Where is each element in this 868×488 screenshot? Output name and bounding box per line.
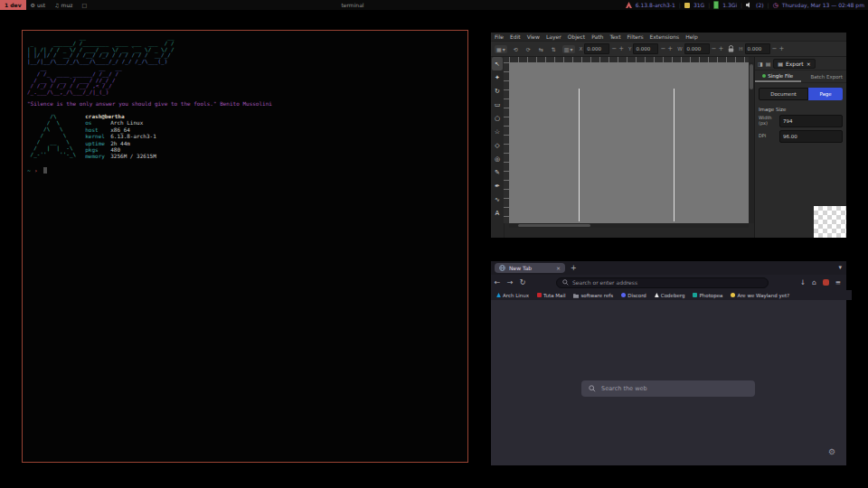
menu-edit[interactable]: Edit [510,33,521,40]
menu-file[interactable]: File [495,33,504,40]
bookmark-tuta-mail[interactable]: Tuta Mail [537,293,565,298]
x-value[interactable]: 0.000 [584,43,609,54]
dialog-header: ◨ ▤ ▤ Export × [755,57,846,70]
horizontal-scrollbar[interactable] [509,223,749,228]
rotate-ccw-button[interactable]: ⟲ [512,45,520,53]
page-button[interactable]: Page [808,88,843,100]
web-search-box[interactable]: Search the web [581,380,755,397]
plus-button[interactable]: + [778,45,784,52]
rotate-cw-button[interactable]: ⟳ [524,45,533,53]
dpi-input[interactable]: 96.00 [779,130,843,143]
dock-icon[interactable]: ◨ [758,61,763,67]
bookmark-discord[interactable]: Discord [621,293,646,298]
ublock-icon[interactable] [823,279,829,286]
tab-new-tab[interactable]: New Tab × [495,263,565,273]
export-dialog-tab[interactable]: ▤ Export × [773,59,815,69]
document-button[interactable]: Document [759,88,808,100]
menu-text[interactable]: Text [609,33,620,40]
h-spinbox[interactable]: H 0.000 − + [739,43,784,54]
tool-selector[interactable]: ↖ [492,57,503,70]
text-cursor [43,167,47,174]
tool-3dbox[interactable]: ◇ [492,138,503,152]
shell-prompt[interactable]: ~ › [27,167,467,174]
y-value[interactable]: 0.000 [633,43,658,54]
address-bar[interactable]: Search or enter address [556,277,769,288]
reload-button[interactable]: ↻ [516,278,529,286]
selection-mode-dropdown[interactable]: ▦ ▾ [495,45,507,53]
workspace-tag-ust[interactable]: ⚙ ust [26,0,51,10]
workspace-tag-dev[interactable]: 1 dev [0,0,26,10]
tool-spiral[interactable]: ◎ [492,152,503,165]
w-spinbox[interactable]: W 0.000 − + [677,43,723,54]
gear-icon: ⚙ [31,2,35,8]
minus-button[interactable]: − [611,45,617,52]
minus-button[interactable]: − [712,45,717,52]
workspace-label: 1 dev [5,2,22,8]
menu-path[interactable]: Path [591,33,603,40]
bookmark-photopea[interactable]: Photopea [693,293,722,298]
y-spinbox[interactable]: Y 0.000 − + [628,43,673,54]
flip-vertical-icon: ⇅ [552,46,556,52]
workspace-tag-4[interactable]: □ [77,0,91,10]
bookmark-software-refs[interactable]: software refs [573,293,613,298]
menu-help[interactable]: Help [685,33,698,40]
menu-icon[interactable]: ≡ [835,278,841,286]
tab-single-file[interactable]: Single File [755,70,801,82]
h-value[interactable]: 0.000 [745,43,770,54]
lock-ratio-icon[interactable] [728,45,734,52]
search-icon [589,385,596,392]
plus-button[interactable]: + [718,45,723,52]
menu-object[interactable]: Object [568,33,586,40]
tool-node-editor[interactable]: ✦ [492,70,503,84]
selector-arrow-icon: ↖ [495,61,500,68]
terminal-window[interactable]: __ __ _ ______/ /________ ____ ___ ___ /… [22,30,468,463]
minus-button[interactable]: − [772,45,778,52]
x-spinbox[interactable]: X 0.000 − + [580,43,625,54]
disk-icon [684,3,690,8]
close-icon[interactable]: × [807,61,811,67]
new-tab-button[interactable]: + [571,264,577,272]
workspace-tag-muz[interactable]: ♫ muz [50,0,77,10]
transparency-preview [814,206,846,238]
tab-batch-export[interactable]: Batch Export [801,70,847,82]
tool-tweak[interactable]: ↻ [492,84,503,98]
list-tabs-icon[interactable]: ▾ [838,264,842,271]
close-icon[interactable]: × [556,265,561,271]
tool-text[interactable]: A [492,206,503,220]
home-icon[interactable]: ⌂ [812,278,816,286]
width-input[interactable]: 794 [779,115,843,127]
back-button[interactable]: ← [491,278,504,286]
menu-view[interactable]: View [527,33,540,40]
align-dropdown[interactable]: ▥ ▾ [562,45,575,53]
drawing-canvas[interactable] [509,62,749,223]
bookmarks-bar: Arch Linux Tuta Mail software refs Disco… [491,290,852,300]
forward-button[interactable]: → [504,278,516,286]
tool-calligraphy[interactable]: ∿ [492,192,503,206]
single-file-label: Single File [768,73,793,79]
tool-pencil[interactable]: ✎ [492,165,503,179]
downloads-icon[interactable]: ↓ [800,278,806,286]
tool-pen[interactable]: ✒ [492,179,503,192]
tool-ellipse[interactable]: ○ [492,111,503,125]
bookmark-codeberg[interactable]: Codeberg [655,293,685,298]
w-value[interactable]: 0.000 [684,43,710,54]
plus-button[interactable]: + [667,45,673,52]
menu-filters[interactable]: Filters [627,33,644,40]
tool-rectangle[interactable]: ▭ [492,98,503,111]
menu-extensions[interactable]: Extensions [650,33,680,40]
scrollbar-thumb[interactable] [518,224,590,227]
bookmark-are-we-wayland-yet[interactable]: Are we Wayland yet? [731,293,789,298]
flip-horizontal-button[interactable]: ⇆ [537,45,545,53]
grid-icon: ▦ [496,46,502,52]
bookmark-arch-linux[interactable]: Arch Linux [496,293,529,298]
plus-button[interactable]: + [618,45,624,52]
flip-vertical-button[interactable]: ⇅ [550,45,558,53]
scrollbar-thumb[interactable] [750,64,753,89]
width-row: Width (px) 794 [759,115,843,127]
export-scope-toggle: Document Page [759,88,843,100]
menu-layer[interactable]: Layer [546,33,561,40]
minus-button[interactable]: − [660,45,665,52]
gear-icon[interactable]: ⚙ [828,447,835,456]
layers-icon[interactable]: ▤ [766,61,771,67]
tool-star[interactable]: ☆ [492,125,503,138]
